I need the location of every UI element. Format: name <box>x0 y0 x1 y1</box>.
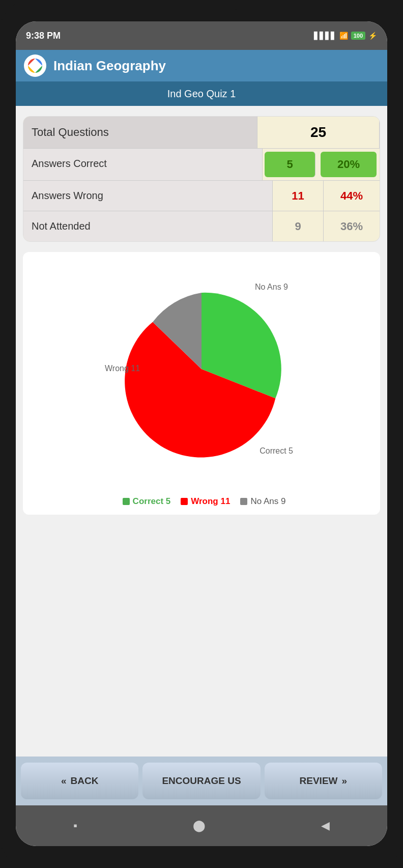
phone-notch <box>161 0 242 10</box>
pie-label-noans: No Ans 9 <box>255 283 288 292</box>
back-label: BACK <box>71 775 99 787</box>
answers-correct-row: Answers Correct 5 20% <box>23 149 380 181</box>
total-questions-value: 25 <box>257 117 380 148</box>
legend-text-wrong: Wrong 11 <box>191 496 230 507</box>
wifi-icon: 📶 <box>339 32 348 40</box>
legend-text-correct: Correct 5 <box>133 496 171 507</box>
total-questions-label: Total Questions <box>23 117 257 148</box>
status-icons: ▋▋▋▋ 📶 100 ⚡ <box>314 32 377 40</box>
answers-correct-label: Answers Correct <box>23 149 263 180</box>
answers-wrong-row: Answers Wrong 11 44% <box>23 181 380 211</box>
legend-dot-wrong <box>181 498 188 505</box>
battery-icon: 100 <box>351 32 365 40</box>
not-attended-row: Not Attended 9 36% <box>23 211 380 241</box>
back-left-arrow: « <box>61 775 67 787</box>
status-bar: 9:38 PM ▋▋▋▋ 📶 100 ⚡ <box>16 21 387 50</box>
legend-dot-noans <box>240 498 247 505</box>
not-attended-percent: 36% <box>324 211 380 241</box>
charging-icon: ⚡ <box>368 32 377 40</box>
encourage-button[interactable]: ENCOURAGE US <box>142 763 260 799</box>
legend-text-noans: No Ans 9 <box>250 496 285 507</box>
chart-legend: Correct 5 Wrong 11 No Ans 9 <box>118 491 286 510</box>
square-button[interactable]: ▪ <box>73 819 77 832</box>
phone-frame: 9:38 PM ▋▋▋▋ 📶 100 ⚡ Indian Geogr <box>0 0 403 868</box>
bottom-nav: « BACK ENCOURAGE US REVIEW » <box>16 757 387 805</box>
review-right-arrow: » <box>342 775 348 787</box>
answers-correct-percent: 20% <box>321 152 377 177</box>
pie-label-wrong: Wrong 11 <box>105 364 140 373</box>
legend-noans: No Ans 9 <box>240 496 285 507</box>
app-title: Indian Geography <box>53 58 166 74</box>
legend-dot-correct <box>123 498 130 505</box>
sub-header: Ind Geo Quiz 1 <box>16 81 387 106</box>
app-header: Indian Geography <box>16 50 387 81</box>
encourage-label: ENCOURAGE US <box>162 775 241 787</box>
answers-wrong-percent: 44% <box>324 181 380 211</box>
status-time: 9:38 PM <box>26 31 61 41</box>
home-button[interactable]: ⬤ <box>193 819 206 832</box>
answers-correct-value: 5 <box>265 152 315 177</box>
not-attended-value: 9 <box>273 211 324 241</box>
main-content: Total Questions 25 Answers Correct 5 20%… <box>16 106 387 757</box>
system-nav: ▪ ⬤ ◀ <box>16 805 387 846</box>
stats-card: Total Questions 25 Answers Correct 5 20%… <box>23 116 380 242</box>
back-system-button[interactable]: ◀ <box>321 819 330 832</box>
app-logo-svg <box>26 57 44 75</box>
signal-icon: ▋▋▋▋ <box>314 32 336 40</box>
pie-chart-wrapper: No Ans 9 Correct 5 Wrong 11 <box>105 272 298 486</box>
svg-point-1 <box>32 63 38 69</box>
answers-wrong-label: Answers Wrong <box>23 181 273 211</box>
review-button[interactable]: REVIEW » <box>265 763 382 799</box>
legend-wrong: Wrong 11 <box>181 496 230 507</box>
total-questions-row: Total Questions 25 <box>23 117 380 149</box>
phone-screen: 9:38 PM ▋▋▋▋ 📶 100 ⚡ Indian Geogr <box>16 21 387 846</box>
review-label: REVIEW <box>300 775 338 787</box>
chart-container: No Ans 9 Correct 5 Wrong 11 Correct 5 <box>23 252 380 515</box>
sub-header-text: Ind Geo Quiz 1 <box>167 88 236 100</box>
answers-wrong-value: 11 <box>273 181 324 211</box>
legend-correct: Correct 5 <box>123 496 171 507</box>
app-logo <box>24 54 46 77</box>
back-button[interactable]: « BACK <box>21 763 138 799</box>
not-attended-label: Not Attended <box>23 211 273 241</box>
pie-label-correct: Correct 5 <box>260 446 293 456</box>
